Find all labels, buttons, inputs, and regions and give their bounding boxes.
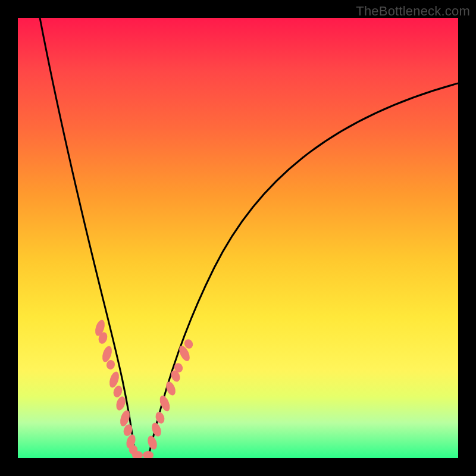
right-markers xyxy=(143,338,195,458)
svg-point-13 xyxy=(146,434,158,450)
svg-point-14 xyxy=(150,421,162,437)
svg-point-12 xyxy=(143,451,154,458)
watermark-text: TheBottleneck.com xyxy=(356,4,470,19)
plot-area xyxy=(18,18,458,458)
chart-frame: TheBottleneck.com xyxy=(0,0,476,476)
right-branch-path xyxy=(149,83,458,455)
curve-svg xyxy=(18,18,458,458)
left-markers xyxy=(93,319,143,458)
svg-point-15 xyxy=(154,411,166,425)
